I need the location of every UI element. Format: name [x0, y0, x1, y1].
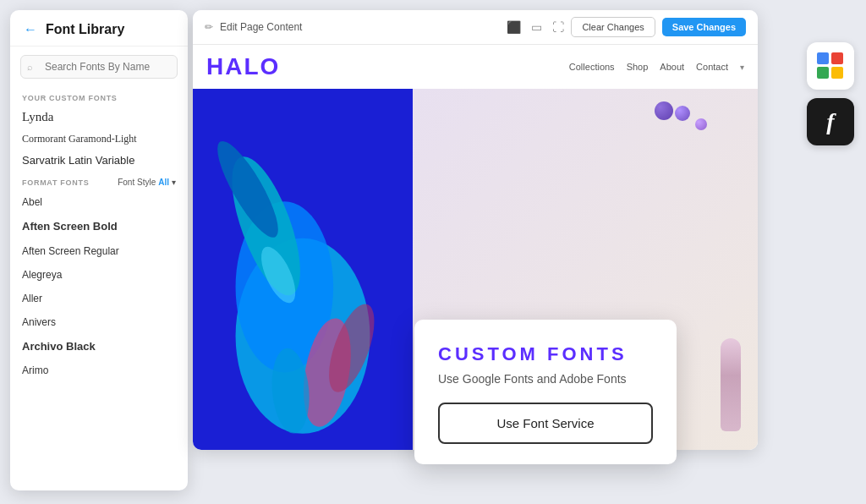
use-font-service-button[interactable]: Use Font Service [438, 403, 653, 444]
font-item-alegreya[interactable]: Alegreya [10, 263, 188, 287]
google-green-cell [817, 67, 829, 79]
edit-pencil-icon: ✏ [205, 21, 213, 33]
google-blue-cell [817, 52, 829, 64]
google-yellow-cell [831, 67, 843, 79]
adobe-f-logo: f [826, 108, 834, 135]
font-item-archivo-black[interactable]: Archivo Black [10, 334, 188, 359]
nav-shop[interactable]: Shop [627, 62, 649, 72]
tablet-icon[interactable]: ▭ [531, 20, 542, 34]
back-button[interactable]: ← [24, 22, 37, 37]
format-fonts-label: FORMAT FONTS [22, 178, 89, 187]
font-item-aften-regular[interactable]: Aften Screen Regular [10, 239, 188, 263]
custom-fonts-card: CUSTOM FONTS Use Google Fonts and Adobe … [414, 320, 677, 464]
save-changes-button[interactable]: Save Changes [662, 18, 746, 36]
bubble-2 [695, 118, 707, 130]
font-style-dropdown-icon: ▾ [172, 178, 176, 187]
bubble-1 [675, 106, 690, 121]
search-box: ⌕ [20, 55, 178, 79]
custom-fonts-card-title: CUSTOM FONTS [438, 343, 653, 365]
expand-icon[interactable]: ⛶ [552, 20, 564, 34]
format-fonts-header: FORMAT FONTS Font Style All ▾ [10, 171, 188, 190]
font-list: Abel Aften Screen Bold Aften Screen Regu… [10, 190, 188, 490]
font-style-value: All [158, 178, 169, 187]
font-item-abel[interactable]: Abel [10, 190, 188, 214]
font-library-panel: ← Font Library ⌕ YOUR CUSTOM FONTS Lynda… [10, 10, 188, 490]
panel-header: ← Font Library [10, 10, 188, 47]
google-fonts-icon[interactable] [807, 42, 854, 90]
font-item-aften-bold[interactable]: Aften Screen Bold [10, 214, 188, 239]
panel-title: Font Library [46, 22, 124, 37]
site-logo: HALO [206, 53, 280, 80]
custom-font-cormorant[interactable]: Cormorant Garamond-Light [10, 129, 188, 150]
custom-font-sarvatrik[interactable]: Sarvatrik Latin Variable [10, 150, 188, 171]
google-red-cell [831, 52, 843, 64]
hand-illustration [193, 89, 413, 450]
toolbar-icons: ⬛ ▭ ⛶ [507, 20, 564, 34]
custom-fonts-card-subtitle: Use Google Fonts and Adobe Fonts [438, 372, 653, 386]
monitor-icon[interactable]: ⬛ [507, 20, 521, 34]
nav-about[interactable]: About [660, 62, 684, 72]
nav-dropdown-icon[interactable]: ▾ [740, 63, 744, 72]
nav-collections[interactable]: Collections [569, 62, 615, 72]
bottle-5 [721, 338, 741, 431]
editor-toolbar: ✏ Edit Page Content ⬛ ▭ ⛶ Clear Changes … [193, 10, 758, 45]
edit-page-label: Edit Page Content [220, 21, 500, 33]
font-item-aller[interactable]: Aller [10, 287, 188, 310]
search-icon: ⌕ [27, 62, 33, 72]
bubble-3 [655, 101, 673, 120]
adobe-fonts-icon[interactable]: f [807, 98, 854, 145]
font-style-selector[interactable]: Font Style All ▾ [118, 178, 176, 187]
custom-fonts-section-label: YOUR CUSTOM FONTS [10, 87, 188, 106]
google-logo [817, 52, 844, 79]
site-image-left [193, 89, 413, 450]
nav-contact[interactable]: Contact [696, 62, 728, 72]
font-item-arimo[interactable]: Arimo [10, 359, 188, 382]
site-nav-links: Collections Shop About Contact ▾ [569, 62, 744, 72]
site-nav: HALO Collections Shop About Contact ▾ [193, 45, 758, 89]
custom-font-lynda[interactable]: Lynda [10, 106, 188, 129]
clear-changes-button[interactable]: Clear Changes [571, 17, 655, 37]
font-item-anivers[interactable]: Anivers [10, 310, 188, 334]
search-input[interactable] [20, 55, 178, 79]
font-style-label: Font Style [118, 178, 156, 187]
